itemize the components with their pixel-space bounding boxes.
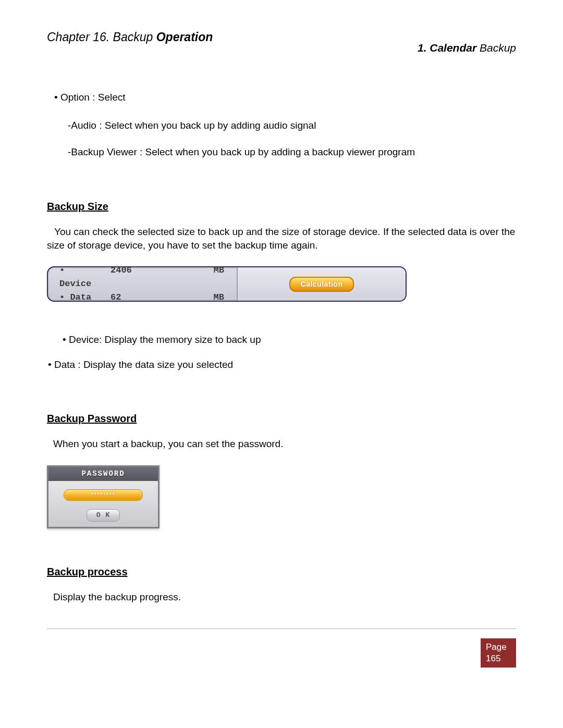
- password-input[interactable]: ********: [64, 489, 143, 501]
- size-device-value: 2406: [111, 264, 138, 291]
- footer-rule: [47, 628, 516, 629]
- device-desc-line: • Device: Display the memory size to bac…: [63, 333, 516, 347]
- password-dialog-body: ******** O K: [48, 481, 158, 527]
- backup-size-values: • Device 2406 MB • Data 62 MB: [48, 267, 237, 301]
- backup-size-widget: • Device 2406 MB • Data 62 MB Calculatio…: [47, 266, 407, 302]
- page-label: Page: [486, 641, 511, 653]
- page-body: • Option : Select -Audio : Select when y…: [47, 91, 516, 603]
- size-row-data: • Data 62 MB: [59, 291, 237, 304]
- section-bold: 1. Calendar: [418, 42, 476, 54]
- section-suffix: Backup: [476, 42, 516, 54]
- option-audio-line: -Audio : Select when you back up by addi…: [68, 119, 516, 132]
- password-dialog: PASSWORD ******** O K: [47, 465, 160, 528]
- option-select-line: • Option : Select: [54, 91, 516, 104]
- size-row-device: • Device 2406 MB: [59, 264, 237, 291]
- backup-size-action: Calculation: [237, 267, 406, 301]
- password-dialog-title: PASSWORD: [48, 467, 158, 481]
- backup-size-para: You can check the selected size to back …: [47, 225, 516, 252]
- backup-password-heading: Backup Password: [47, 412, 516, 426]
- backup-size-text: You can check the selected size to back …: [47, 226, 515, 251]
- page-number: 165: [486, 653, 511, 664]
- size-data-value: 62: [111, 291, 138, 304]
- option-viewer-line: -Backup Viewer : Select when you back up…: [68, 145, 516, 159]
- backup-process-heading: Backup process: [47, 565, 516, 579]
- backup-process-para: Display the backup progress.: [53, 590, 516, 604]
- chapter-title: Chapter 16. Backup Operation: [47, 30, 213, 44]
- size-device-label: • Device: [59, 264, 100, 291]
- size-device-unit: MB: [203, 264, 224, 291]
- size-data-unit: MB: [203, 291, 224, 304]
- calculation-button[interactable]: Calculation: [289, 277, 354, 292]
- chapter-bold: Operation: [156, 30, 213, 44]
- page-number-badge: Page 165: [481, 638, 516, 668]
- page-header: Chapter 16. Backup Operation 1. Calendar…: [47, 30, 516, 54]
- section-title: 1. Calendar Backup: [418, 42, 516, 54]
- chapter-prefix: Chapter 16. Backup: [47, 30, 156, 44]
- backup-size-heading: Backup Size: [47, 200, 516, 214]
- data-desc-line: • Data : Display the data size you selec…: [48, 358, 516, 372]
- document-page: Chapter 16. Backup Operation 1. Calendar…: [0, 0, 563, 728]
- size-data-label: • Data: [59, 291, 100, 304]
- backup-password-para: When you start a backup, you can set the…: [53, 437, 516, 451]
- ok-button[interactable]: O K: [87, 509, 120, 522]
